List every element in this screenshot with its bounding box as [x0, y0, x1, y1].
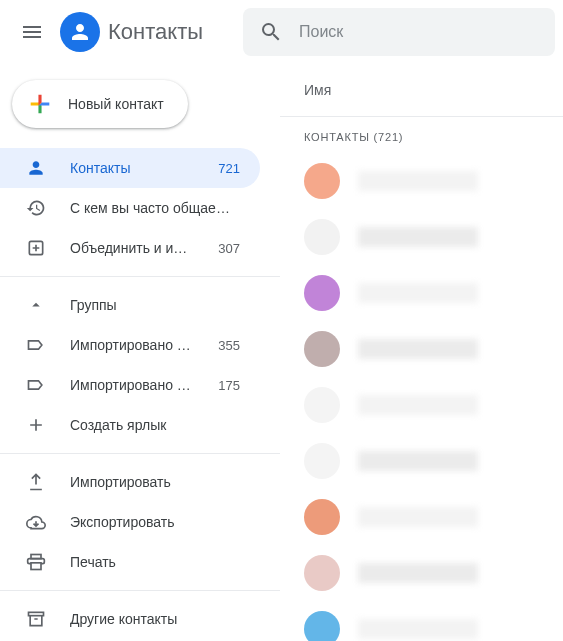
brand: Контакты [60, 12, 203, 52]
nav-count: 175 [218, 378, 240, 393]
contact-row[interactable] [280, 321, 563, 377]
contact-row[interactable] [280, 209, 563, 265]
create-contact-label: Новый контакт [68, 96, 164, 112]
avatar [304, 387, 340, 423]
avatar [304, 499, 340, 535]
contacts-logo [60, 12, 100, 52]
nav-label: Импортировать [70, 474, 240, 490]
upload-icon [26, 472, 46, 492]
contact-name-redacted [358, 395, 478, 415]
contact-name-redacted [358, 339, 478, 359]
sidebar: Новый контакт Контакты 721 С кем вы част… [0, 64, 280, 641]
contact-row[interactable] [280, 377, 563, 433]
section-header: КОНТАКТЫ (721) [280, 117, 563, 153]
sidebar-item-groups[interactable]: Группы [0, 285, 260, 325]
cloud-download-icon [26, 512, 46, 532]
avatar [304, 443, 340, 479]
avatar [304, 611, 340, 641]
nav-count: 355 [218, 338, 240, 353]
hamburger-icon [20, 20, 44, 44]
nav-label: С кем вы часто общае… [70, 200, 240, 216]
avatar [304, 555, 340, 591]
sidebar-item-create-label[interactable]: Создать ярлык [0, 405, 260, 445]
main-content: Имя КОНТАКТЫ (721) [280, 64, 563, 641]
sidebar-item-contacts[interactable]: Контакты 721 [0, 148, 260, 188]
nav-label: Экспортировать [70, 514, 240, 530]
sidebar-item-export[interactable]: Экспортировать [0, 502, 260, 542]
search-bar[interactable] [243, 8, 555, 56]
sidebar-item-merge[interactable]: Объединить и исп… 307 [0, 228, 260, 268]
contact-name-redacted [358, 171, 478, 191]
contact-name-redacted [358, 227, 478, 247]
plus-multicolor-icon [26, 90, 54, 118]
nav-label: Другие контакты [70, 611, 240, 627]
sidebar-item-frequent[interactable]: С кем вы часто общае… [0, 188, 260, 228]
divider [0, 453, 280, 454]
svg-rect-2 [31, 563, 41, 570]
contact-name-redacted [358, 563, 478, 583]
nav-label: Импортировано 21.… [70, 377, 194, 393]
contact-row[interactable] [280, 433, 563, 489]
create-contact-button[interactable]: Новый контакт [12, 80, 188, 128]
avatar [304, 219, 340, 255]
sidebar-item-other-contacts[interactable]: Другие контакты [0, 599, 260, 639]
contact-name-redacted [358, 283, 478, 303]
label-icon [26, 335, 46, 355]
sidebar-label-item[interactable]: Импортировано 17.… 355 [0, 325, 260, 365]
label-icon [26, 375, 46, 395]
nav-count: 307 [218, 241, 240, 256]
nav-label: Импортировано 17.… [70, 337, 194, 353]
contact-row[interactable] [280, 545, 563, 601]
column-header-name: Имя [280, 64, 563, 117]
history-icon [26, 198, 46, 218]
print-icon [26, 552, 46, 572]
contact-list [280, 153, 563, 641]
chevron-up-icon [26, 296, 46, 314]
sidebar-item-import[interactable]: Импортировать [0, 462, 260, 502]
nav-label: Контакты [70, 160, 194, 176]
search-icon [259, 20, 283, 44]
topbar: Контакты [0, 0, 563, 64]
sidebar-item-print[interactable]: Печать [0, 542, 260, 582]
nav-count: 721 [218, 161, 240, 176]
menu-button[interactable] [8, 8, 56, 56]
contact-row[interactable] [280, 601, 563, 641]
divider [0, 276, 280, 277]
contact-name-redacted [358, 619, 478, 639]
sidebar-label-item[interactable]: Импортировано 21.… 175 [0, 365, 260, 405]
plus-icon [26, 415, 46, 435]
nav-label: Создать ярлык [70, 417, 240, 433]
contact-name-redacted [358, 451, 478, 471]
person-icon [26, 158, 46, 178]
contact-row[interactable] [280, 489, 563, 545]
archive-icon [26, 609, 46, 629]
divider [0, 590, 280, 591]
nav-label: Объединить и исп… [70, 240, 194, 256]
contact-name-redacted [358, 507, 478, 527]
nav-label: Группы [70, 297, 240, 313]
contact-row[interactable] [280, 265, 563, 321]
contact-row[interactable] [280, 153, 563, 209]
svg-rect-3 [29, 612, 44, 615]
avatar [304, 163, 340, 199]
search-input[interactable] [299, 23, 539, 41]
merge-icon [26, 238, 46, 258]
avatar [304, 331, 340, 367]
avatar [304, 275, 340, 311]
nav-label: Печать [70, 554, 240, 570]
app-title: Контакты [108, 19, 203, 45]
